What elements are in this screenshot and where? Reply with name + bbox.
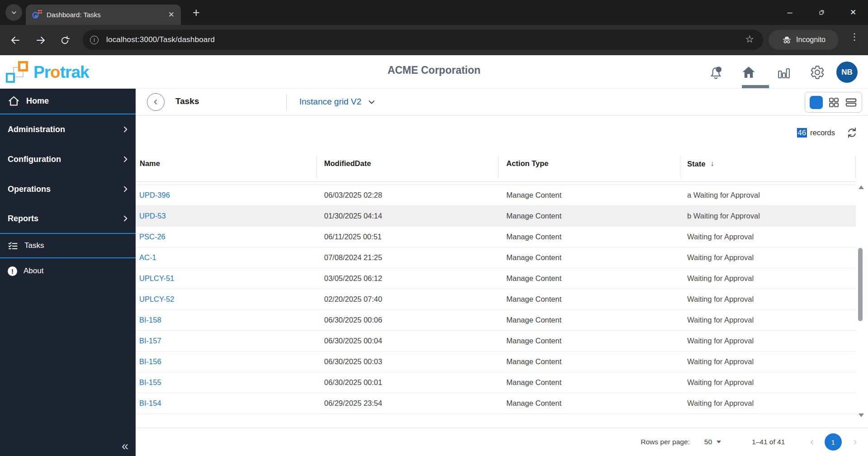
table-row[interactable]: UPLCY-5202/20/2025 07:40Manage ContentWa… (136, 289, 856, 310)
tab-close-icon[interactable]: ✕ (168, 11, 175, 19)
url-text[interactable]: localhost:3000/Task/dashboard (106, 35, 215, 44)
house-icon (8, 95, 20, 107)
view-toggle-group (805, 92, 862, 113)
task-name-link[interactable]: UPLCY-52 (139, 289, 174, 309)
task-name-link[interactable]: UPD-396 (139, 185, 170, 205)
task-name-link[interactable]: AC-1 (139, 247, 156, 268)
url-bar[interactable]: i localhost:3000/Task/dashboard ☆ (83, 30, 763, 50)
table-row[interactable]: PSC-2606/11/2025 00:51Manage ContentWait… (136, 227, 856, 247)
sidebar-item-about[interactable]: ! About (0, 258, 136, 284)
table-row[interactable]: UPD-39606/03/2025 02:28Manage Contenta W… (136, 185, 856, 206)
view-header: Tasks Instance grid V2 (136, 89, 868, 116)
previous-page-button[interactable]: ‹ (810, 436, 813, 448)
back-button[interactable] (8, 33, 23, 48)
table-row[interactable]: UPD-5301/30/2025 04:14Manage Contentb Wa… (136, 206, 856, 227)
table-row[interactable]: UPLCY-5103/05/2025 06:12Manage ContentWa… (136, 268, 856, 289)
sidebar-item-reports[interactable]: Reports (0, 204, 136, 234)
current-page-button[interactable]: 1 (825, 433, 842, 451)
tab-search-button[interactable] (5, 4, 22, 21)
scrollbar-up-arrow-icon[interactable] (859, 185, 864, 189)
table-row[interactable]: BI-15606/30/2025 00:03Manage ContentWait… (136, 352, 856, 372)
column-divider (316, 156, 317, 178)
sidebar-item-configuration[interactable]: Configuration (0, 144, 136, 174)
page-info-icon[interactable]: i (90, 36, 99, 44)
scrollbar-thumb[interactable] (858, 248, 863, 321)
modified-date-cell: 02/20/2025 07:40 (324, 289, 382, 309)
grid-selector-dropdown[interactable]: Instance grid V2 (299, 96, 376, 107)
modified-date-cell: 06/30/2025 00:04 (324, 331, 382, 351)
forward-button[interactable] (33, 33, 48, 48)
action-type-cell: Manage Content (506, 352, 561, 372)
column-header-state[interactable]: State ↓ (687, 159, 714, 168)
table-row[interactable]: BI-15806/30/2025 00:06Manage ContentWait… (136, 310, 856, 331)
table-row[interactable]: BI-15706/30/2025 00:04Manage ContentWait… (136, 331, 856, 352)
column-header-modifieddate[interactable]: ModifiedDate (324, 159, 371, 168)
sidebar-item-label: Configuration (8, 155, 61, 164)
incognito-badge: Incognito (769, 30, 839, 50)
column-header-name[interactable]: Name (140, 159, 160, 168)
notifications-button[interactable] (708, 65, 724, 81)
action-type-cell: Manage Content (506, 206, 561, 226)
home-button[interactable] (741, 64, 757, 81)
browser-tab[interactable]: Dashboard: Tasks ✕ (26, 5, 181, 25)
column-divider (498, 156, 499, 178)
window-close-button[interactable]: ✕ (843, 4, 863, 21)
action-type-cell: Manage Content (506, 227, 561, 247)
task-name-link[interactable]: BI-158 (139, 310, 161, 330)
state-cell: a Waiting for Approval (687, 185, 760, 205)
sidebar-collapse-button[interactable]: « (122, 439, 128, 453)
next-page-button[interactable]: › (854, 436, 857, 448)
grid-view-button[interactable] (828, 97, 840, 108)
bookmark-star-icon[interactable]: ☆ (745, 33, 754, 45)
sidebar-item-administration[interactable]: Administration (0, 114, 136, 144)
reload-button[interactable] (57, 33, 72, 48)
page-title: Tasks (175, 96, 199, 106)
column-header-actiontype[interactable]: Action Type (506, 159, 548, 168)
sidebar-item-label: Reports (8, 214, 38, 223)
window-restore-button[interactable] (811, 4, 831, 21)
table-row[interactable]: BI-15406/29/2025 23:54Manage ContentWait… (136, 393, 856, 414)
about-info-icon: ! (8, 266, 17, 276)
state-cell: Waiting for Approval (687, 227, 754, 247)
task-name-link[interactable]: PSC-26 (139, 227, 165, 247)
scrollbar-down-arrow-icon[interactable] (859, 413, 864, 417)
column-divider (855, 156, 856, 178)
action-type-cell: Manage Content (506, 185, 561, 205)
table-row[interactable]: BI-15506/30/2025 00:01Manage ContentWait… (136, 372, 856, 393)
avatar[interactable]: NB (836, 62, 858, 83)
app-header: Protrak ACME Corporation (0, 55, 868, 89)
rows-per-page-select[interactable]: 50 (704, 438, 712, 446)
sidebar-item-operations[interactable]: Operations (0, 174, 136, 204)
state-cell: Waiting for Approval (687, 372, 754, 393)
new-tab-button[interactable]: + (193, 6, 200, 20)
rows-per-page-dropdown-icon[interactable] (717, 441, 721, 443)
sort-desc-icon[interactable]: ↓ (710, 159, 714, 168)
refresh-button[interactable] (846, 127, 858, 139)
collapse-panel-button[interactable] (147, 93, 165, 111)
sidebar-item-home[interactable]: Home (0, 89, 136, 114)
list-view-button[interactable] (845, 96, 857, 109)
table-row[interactable]: AC-107/08/2024 21:25Manage ContentWaitin… (136, 247, 856, 268)
action-type-cell: Manage Content (506, 393, 561, 413)
browser-menu-button[interactable]: ⋮ (850, 31, 859, 42)
task-name-link[interactable]: UPLCY-51 (139, 268, 174, 289)
grid-selector-label: Instance grid V2 (299, 97, 361, 107)
state-cell: Waiting for Approval (687, 331, 754, 351)
task-name-link[interactable]: UPD-53 (139, 206, 166, 226)
task-name-link[interactable]: BI-154 (139, 393, 161, 413)
task-name-link[interactable]: BI-156 (139, 352, 161, 372)
settings-button[interactable] (809, 64, 826, 81)
sidebar-item-tasks[interactable]: Tasks (0, 234, 136, 258)
task-name-link[interactable]: BI-155 (139, 372, 161, 393)
sidebar-item-label: Operations (8, 185, 51, 194)
action-type-cell: Manage Content (506, 247, 561, 268)
incognito-icon (782, 35, 792, 45)
forward-arrow-icon (35, 35, 46, 46)
task-name-link[interactable]: BI-157 (139, 331, 161, 351)
modified-date-cell: 06/03/2025 02:28 (324, 185, 382, 205)
window-minimize-button[interactable]: – (780, 4, 800, 21)
card-view-button[interactable] (810, 96, 823, 109)
reports-chart-button[interactable] (777, 66, 791, 81)
modified-date-cell: 06/30/2025 00:06 (324, 310, 382, 330)
home-icon (741, 65, 756, 80)
